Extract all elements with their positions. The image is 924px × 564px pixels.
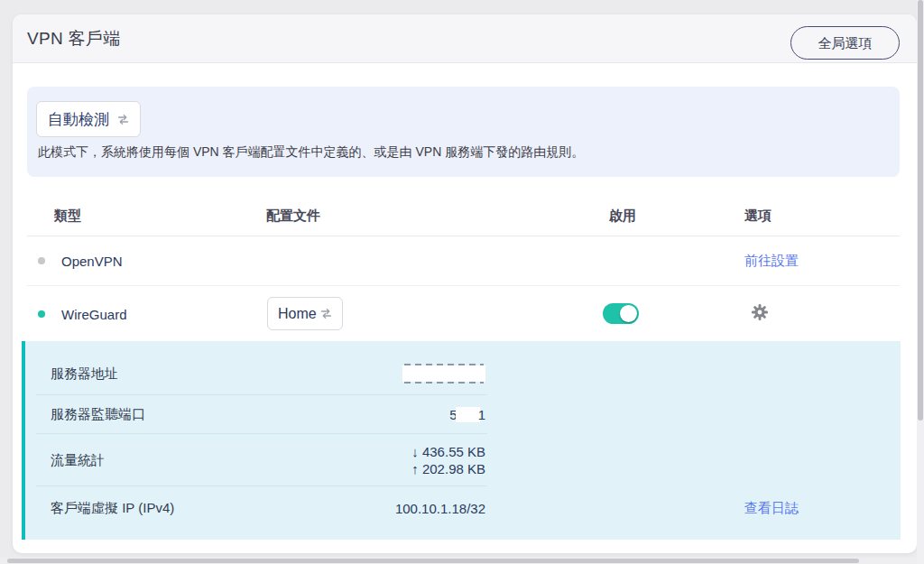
routing-mode-banner: 自動檢測 此模式下，系統將使用每個 VPN 客戶端配置文件中定義的、或是由 VP…: [27, 87, 900, 177]
vertical-scrollbar-thumb[interactable]: [918, 0, 923, 421]
column-header-profile: 配置文件: [266, 195, 320, 236]
detail-row-client-ip: 客戶端虛擬 IP (IPv4) 100.10.1.18/32 查看日誌: [51, 486, 901, 530]
go-to-setup-link[interactable]: 前往設置: [744, 253, 799, 270]
redacted-value: [402, 365, 485, 382]
vpn-type-label: WireGuard: [61, 306, 127, 321]
settings-button[interactable]: [750, 304, 770, 324]
column-header-options: 選項: [744, 195, 772, 236]
routing-mode-label: 自動檢測: [48, 109, 109, 130]
traffic-value: ↓ 436.55 KB ↑ 202.98 KB: [51, 443, 485, 477]
detail-row-server-port: 服務器監聽端口 51: [51, 395, 901, 434]
gear-icon: [751, 303, 769, 324]
global-options-button[interactable]: 全局選項: [790, 26, 900, 60]
status-dot-icon: [38, 257, 45, 264]
page-title: VPN 客戶端: [27, 27, 120, 51]
column-header-type: 類型: [54, 195, 81, 236]
server-port-value: 51: [51, 407, 485, 423]
routing-mode-select[interactable]: 自動檢測: [36, 101, 141, 137]
routing-mode-description: 此模式下，系統將使用每個 VPN 客戶端配置文件中定義的、或是由 VPN 服務端…: [38, 144, 584, 161]
status-dot-icon: [38, 310, 45, 318]
vpn-type-label: OpenVPN: [61, 254, 123, 269]
swap-icon: [117, 114, 129, 125]
wireguard-detail-panel: 服務器地址 服務器監聽端口 51 流量統計 ↓ 436.55 KB ↑ 202.…: [22, 341, 901, 540]
download-value: 436.55 KB: [422, 444, 485, 459]
table-row-openvpn: OpenVPN 前往設置: [27, 236, 900, 286]
vpn-client-card: VPN 客戶端 全局選項 自動檢測 此模式下，系統將使用每個 VPN 客戶端配置…: [13, 14, 917, 553]
profile-select[interactable]: Home: [267, 297, 343, 330]
server-address-value: [51, 365, 485, 382]
horizontal-scrollbar-thumb[interactable]: [7, 559, 859, 563]
swap-icon: [320, 308, 332, 319]
detail-row-server-address: 服務器地址: [51, 352, 901, 395]
client-ip-value: 100.10.1.18/32: [51, 501, 485, 516]
enable-toggle[interactable]: [603, 303, 639, 324]
column-header-enabled: 啟用: [609, 195, 636, 236]
table-row-wireguard: WireGuard Home: [27, 286, 900, 341]
upload-arrow-icon: ↑: [411, 461, 419, 476]
download-arrow-icon: ↓: [411, 444, 419, 459]
view-log-link[interactable]: 查看日誌: [744, 500, 799, 517]
toggle-knob: [620, 305, 637, 322]
detail-row-traffic: 流量統計 ↓ 436.55 KB ↑ 202.98 KB: [51, 434, 901, 486]
redacted-value: [456, 407, 480, 422]
profile-select-value: Home: [278, 306, 317, 322]
card-header: VPN 客戶端 全局選項: [13, 14, 917, 63]
table-header-row: 類型 配置文件 啟用 選項: [27, 195, 900, 236]
upload-value: 202.98 KB: [422, 461, 485, 476]
